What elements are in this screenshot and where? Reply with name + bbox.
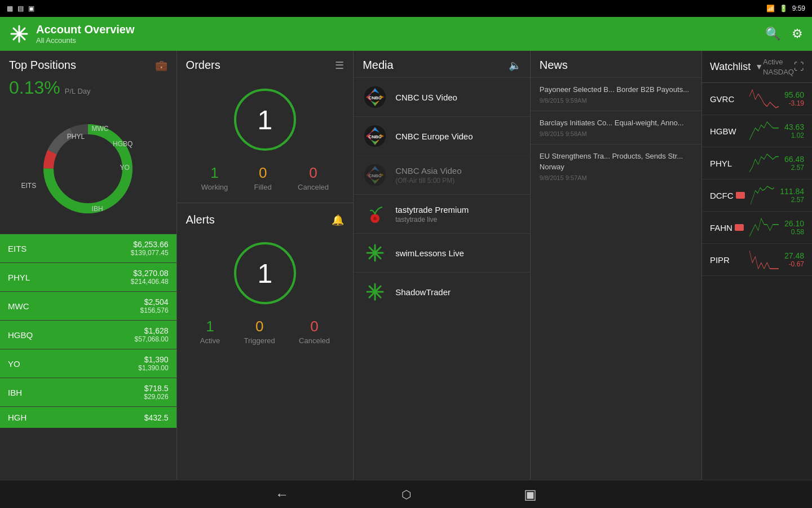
list-item[interactable]: PHYL 66.48 2.57 [702, 147, 812, 179]
main-content: Top Positions 💼 0.13% P/L Day [0, 51, 812, 480]
svg-text:CNBC: CNBC [369, 95, 382, 100]
position-values: $3,270.08 $214,406.48 [131, 269, 169, 286]
section-divider [177, 203, 354, 203]
alerts-stats-row: 1 Active 0 Triggered 0 Canceled [177, 313, 354, 354]
donut-label-yo: YO [120, 164, 130, 172]
watchlist-symbol: HGBW [710, 126, 744, 136]
alerts-header: Alerts 🔔 [177, 205, 354, 231]
position-symbol: HGH [8, 413, 27, 422]
orders-menu-icon: ☰ [335, 59, 344, 72]
position-symbol: HGBQ [8, 330, 33, 340]
list-item[interactable]: HGH $432.5 [0, 406, 176, 428]
app-main-title: Account Overview [36, 23, 765, 36]
list-item: CNBC CNBC Asia Video (Off-Air till 5:00 … [354, 155, 530, 194]
media-sub: (Off-Air till 5:00 PM) [395, 177, 461, 185]
list-item[interactable]: Payoneer Selected B... Border B2B Payout… [531, 77, 701, 111]
cnbc-logo: CNBC [363, 163, 387, 187]
asterisk-logo [363, 279, 387, 304]
list-item[interactable]: swimLessons Live [354, 233, 530, 272]
settings-icon[interactable]: ⚙ [792, 27, 803, 41]
watchlist-list: GVRC 95.60 -3.19 HGBW 43.63 1.02 PHYL [702, 83, 812, 480]
watchlist-sparkline [751, 185, 775, 205]
news-headline: Barclays Initiates Co... Equal-weight, A… [540, 118, 692, 128]
list-item[interactable]: YO $1,390 $1,390.00 [0, 349, 176, 378]
bell-icon: 🔔 [332, 214, 344, 226]
watchlist-panel: Watchlist ▼ Active NASDAQ ⛶ GVRC 95.60 -… [702, 51, 812, 480]
watchlist-sparkline [749, 249, 779, 270]
orders-circle: 1 [234, 89, 296, 151]
donut-chart-area: PHYL MWC HGBQ YO IBH EITS [0, 104, 176, 234]
wifi-icon: 📶 [766, 5, 775, 12]
watchlist-sparkline [749, 153, 779, 173]
position-values: $432.5 [144, 413, 169, 422]
list-item[interactable]: PHYL $3,270.08 $214,406.48 [0, 262, 176, 291]
watchlist-subtitle-area: Active NASDAQ [763, 56, 794, 77]
status-bar-left: ▦ ▤ ▣ [7, 5, 34, 12]
donut-label-ibh: IBH [92, 205, 103, 213]
list-item[interactable]: HGBQ $1,628 $57,068.00 [0, 320, 176, 349]
news-headline: Payoneer Selected B... Border B2B Payout… [540, 85, 692, 95]
media-name: tastytrade Premium [395, 205, 469, 214]
search-icon[interactable]: 🔍 [765, 27, 780, 41]
chevron-down-icon[interactable]: ▼ [755, 62, 763, 71]
position-symbol: IBH [8, 388, 22, 397]
list-item[interactable]: ShadowTrader [354, 272, 530, 311]
watchlist-change: 1.02 [784, 132, 804, 139]
list-item[interactable]: CNBC CNBC Europe Video [354, 116, 530, 155]
news-panel: News Payoneer Selected B... Border B2B P… [531, 51, 702, 480]
list-item[interactable]: HGBW 43.63 1.02 [702, 115, 812, 147]
top-bar: Account Overview All Accounts 🔍 ⚙ [0, 17, 812, 51]
alerts-circle-num: 1 [258, 258, 273, 289]
fullscreen-icon[interactable]: ⛶ [794, 61, 804, 73]
positions-title: Top Positions [9, 59, 76, 72]
watchlist-price: 66.48 [784, 155, 804, 164]
positions-header: Top Positions 💼 [0, 51, 176, 77]
donut-label-mwc: MWC [92, 125, 109, 133]
alerts-active-num: 1 [200, 318, 220, 335]
media-title: Media [363, 59, 393, 72]
home-button[interactable]: ⬡ [401, 488, 411, 501]
watchlist-change: 2.57 [784, 164, 804, 172]
position-symbol: MWC [8, 301, 29, 311]
news-time: 9/8/2015 9:59AM [540, 97, 692, 104]
media-name: CNBC Europe Video [395, 132, 473, 141]
list-item[interactable]: EITS $6,253.66 $139,077.45 [0, 234, 176, 262]
list-item[interactable]: DCFC 111.84 2.57 [702, 179, 812, 212]
news-list: Payoneer Selected B... Border B2B Payout… [531, 77, 701, 188]
svg-point-46 [373, 217, 377, 220]
media-sub: tastytrade live [395, 216, 469, 224]
media-list: CNBC CNBC US Video CNBC CNBC Europe Vide… [354, 77, 530, 480]
asterisk-logo [363, 240, 387, 265]
list-item[interactable]: Barclays Initiates Co... Equal-weight, A… [531, 111, 701, 144]
list-item[interactable]: PIPR 27.48 -0.67 [702, 244, 812, 276]
watchlist-symbol: DCFC [710, 191, 745, 200]
list-item[interactable]: EU Strengthens Tra... Products, Sends St… [531, 144, 701, 187]
position-values: $6,253.66 $139,077.45 [131, 240, 169, 257]
list-item[interactable]: tastytrade Premium tastytrade live [354, 194, 530, 233]
orders-canceled-num: 0 [298, 164, 329, 182]
watchlist-symbol: PHYL [710, 159, 744, 168]
watchlist-symbol: GVRC [710, 94, 744, 104]
alerts-triggered-num: 0 [244, 318, 275, 335]
cnbc-logo: CNBC [363, 85, 387, 110]
pnl-value: 0.13% [9, 77, 60, 98]
clock: 9:59 [792, 5, 805, 12]
list-item[interactable]: GVRC 95.60 -3.19 [702, 83, 812, 115]
orders-canceled-label: Canceled [298, 183, 329, 191]
list-item[interactable]: CNBC CNBC US Video [354, 77, 530, 116]
cnbc-logo: CNBC [363, 124, 387, 148]
app-sub-title: All Accounts [36, 36, 765, 45]
list-item[interactable]: MWC $2,504 $156,576 [0, 291, 176, 320]
orders-working-stat: 1 Working [201, 164, 228, 191]
watchlist-price: 27.48 [784, 251, 804, 260]
list-item[interactable]: FAHN 26.10 0.58 [702, 212, 812, 244]
alerts-title: Alerts [186, 213, 215, 226]
watchlist-price: 95.60 [784, 90, 804, 99]
donut-label-hgbq: HGBQ [113, 140, 133, 148]
watchlist-symbol: PIPR [710, 255, 744, 265]
back-button[interactable]: ← [275, 487, 289, 502]
status-bar: ▦ ▤ ▣ 📶 🔋 9:59 [0, 0, 812, 17]
list-item[interactable]: IBH $718.5 $29,026 [0, 378, 176, 406]
recents-button[interactable]: ▣ [524, 487, 537, 502]
alerts-active-stat: 1 Active [200, 318, 220, 345]
